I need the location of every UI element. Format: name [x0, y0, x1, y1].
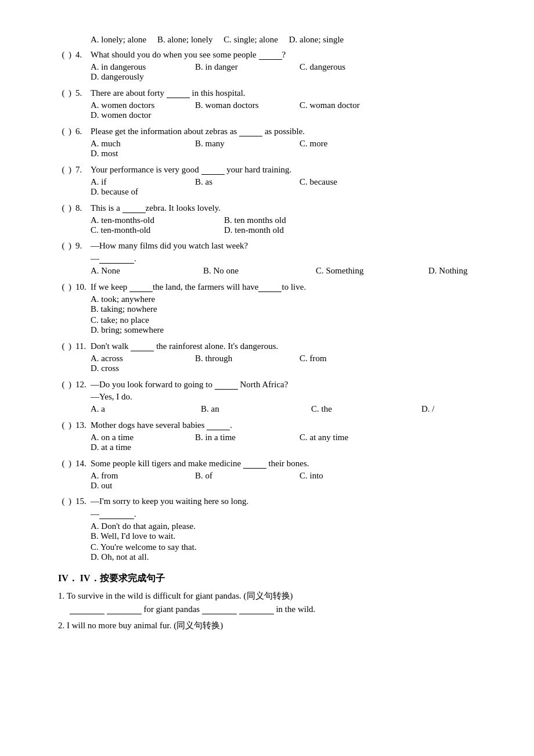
paren-close-10: )	[68, 282, 75, 292]
paren-open-7: (	[58, 165, 68, 175]
paren-close-13: )	[68, 420, 75, 430]
section-iv-header: IV． IV．按要求完成句子	[58, 573, 488, 585]
opt-6b: B. many	[195, 139, 294, 149]
fill-blank-1a	[70, 604, 104, 614]
question-9: ( ) 9. —How many films did you watch las…	[58, 241, 488, 276]
blank-4	[259, 49, 282, 60]
paren-close-4: )	[68, 50, 75, 60]
opt-8d: D. ten-month old	[224, 225, 352, 235]
options-4: A. in dangerous B. in danger C. dangerou…	[58, 62, 488, 82]
q-num-11: 11.	[75, 341, 91, 351]
opt-11b: B. through	[195, 354, 294, 363]
q-num-6: 6.	[75, 127, 91, 136]
options-12: A. a B. an C. the D. /	[58, 404, 488, 414]
question-13: ( ) 13. Mother dogs have several babies …	[58, 420, 488, 452]
paren-open-11: (	[58, 341, 68, 351]
option-b-top: B. alone; lonely	[157, 35, 212, 44]
opt-4d: D. dangerously	[91, 72, 189, 82]
opt-5d: D. women doctor	[91, 110, 189, 120]
blank-8	[122, 203, 146, 213]
opt-10b: B. taking; nowhere	[91, 304, 294, 314]
paren-open-15: (	[58, 496, 68, 506]
opt-9d: D. Nothing	[428, 266, 486, 276]
opt-10a: A. took; anywhere	[91, 294, 294, 304]
paren-close-6: )	[68, 127, 75, 136]
question-15: ( ) 15. —I'm sorry to keep you waiting h…	[58, 496, 488, 562]
fill-q2-sentence: I will no more buy animal fur. (同义句转换)	[67, 621, 223, 630]
q-text-9: —How many films did you watch last week?	[91, 241, 488, 251]
opt-15c: C. You're welcome to say that.	[91, 542, 294, 552]
opt-10c: C. take; no place	[91, 315, 294, 325]
opt-7c: C. because	[300, 177, 398, 187]
opt-14c: C. into	[300, 471, 398, 481]
fill-q1-blanks: for giant pandas in the wild.	[58, 604, 488, 614]
paren-open-4: (	[58, 50, 68, 60]
q-num-4: 4.	[75, 50, 91, 60]
opt-9c: C. Something	[316, 266, 420, 276]
fill-blank-1d	[239, 604, 274, 614]
options-10: A. took; anywhere B. taking; nowhere	[58, 294, 488, 314]
fill-q1-end: in the wild.	[276, 604, 315, 614]
fill-q2-num: 2.	[58, 621, 67, 630]
opt-13d: D. at a time	[91, 442, 189, 452]
opt-6d: D. most	[91, 149, 189, 159]
q9-reply: — .	[58, 253, 488, 264]
blank-6	[239, 126, 262, 136]
q-text-14: Some people kill tigers and make medicin…	[91, 458, 488, 469]
blank-12	[215, 379, 238, 390]
q-num-8: 8.	[75, 203, 91, 213]
question-10: ( ) 10. If we keep the land, the farmers…	[58, 282, 488, 335]
q-text-6: Please get the information about zebras …	[91, 126, 488, 136]
opt-11a: A. across	[91, 354, 189, 363]
opt-14b: B. of	[195, 471, 294, 481]
options-6: A. much B. many C. more D. most	[58, 139, 488, 159]
fill-q2-text: 2. I will no more buy animal fur. (同义句转换…	[58, 620, 488, 631]
q-text-7: Your performance is very good your hard …	[91, 164, 488, 175]
fill-q1-text: 1. To survive in the wild is difficult f…	[58, 591, 488, 602]
fill-q1-sentence: To survive in the wild is difficult for …	[67, 591, 293, 600]
opt-4a: A. in dangerous	[91, 62, 189, 72]
blank-13	[207, 420, 230, 430]
question-8: ( ) 8. This is a zebra. It looks lovely.…	[58, 203, 488, 235]
fill-blank-1c	[202, 604, 237, 614]
q-text-11: Don't walk the rainforest alone. It's da…	[91, 341, 488, 351]
opt-12c: C. the	[311, 404, 416, 414]
fill-q1-for: for giant pandas	[144, 604, 202, 614]
q-num-5: 5.	[75, 88, 91, 98]
opt-11c: C. from	[300, 354, 398, 363]
blank-7	[201, 164, 225, 175]
opt-10d: D. bring; somewhere	[91, 325, 294, 335]
opt-7a: A. if	[91, 177, 189, 187]
paren-close-9: )	[68, 241, 75, 251]
fill-q1-num: 1.	[58, 591, 67, 600]
paren-open-12: (	[58, 380, 68, 390]
opt-12a: A. a	[91, 404, 195, 414]
options-5: A. women doctors B. woman doctors C. wom…	[58, 100, 488, 120]
options-10b: C. take; no place D. bring; somewhere	[58, 315, 488, 335]
paren-open-10: (	[58, 282, 68, 292]
paren-open-8: (	[58, 203, 68, 213]
paren-close-14: )	[68, 459, 75, 469]
opt-5b: B. woman doctors	[195, 100, 294, 110]
question-11: ( ) 11. Don't walk the rainforest alone.…	[58, 341, 488, 373]
q-num-12: 12.	[75, 380, 91, 390]
q-text-12: —Do you look forward to going to North A…	[91, 379, 488, 390]
fill-q2: 2. I will no more buy animal fur. (同义句转换…	[58, 620, 488, 631]
opt-12b: B. an	[201, 404, 305, 414]
options-7: A. if B. as C. because D. because of	[58, 177, 488, 197]
blank-14	[243, 458, 266, 469]
opt-6c: C. more	[300, 139, 398, 149]
q-num-13: 13.	[75, 420, 91, 430]
q-num-9: 9.	[75, 241, 91, 251]
blank-5	[167, 88, 190, 98]
q15-reply: — .	[58, 509, 488, 519]
paren-close-12: )	[68, 380, 75, 390]
top-options-row: A. lonely; alone B. alone; lonely C. sin…	[58, 35, 488, 45]
opt-6a: A. much	[91, 139, 189, 149]
opt-12d: D. /	[421, 404, 479, 414]
option-a-top: A. lonely; alone	[91, 35, 146, 44]
opt-9a: A. None	[91, 266, 195, 276]
fill-q1: 1. To survive in the wild is difficult f…	[58, 591, 488, 614]
q-num-15: 15.	[75, 496, 91, 506]
question-12: ( ) 12. —Do you look forward to going to…	[58, 379, 488, 414]
